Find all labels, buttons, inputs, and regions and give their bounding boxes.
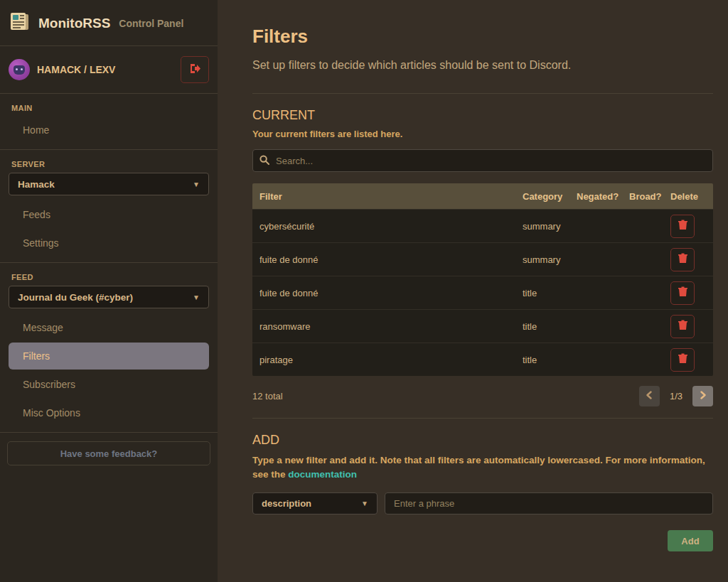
table-row: fuite de donné summary (252, 242, 713, 276)
user-name: HAMACK / LEXV (37, 64, 173, 75)
nav-section-feed: FEED Journal du Geek (#cyber) ▼ Message … (0, 263, 218, 432)
sidebar-item-filters[interactable]: Filters (9, 343, 209, 370)
section-label-server: SERVER (9, 160, 209, 168)
filter-cell: fuite de donné (259, 288, 523, 298)
filters-table: Filter Category Negated? Broad? Delete c… (252, 183, 713, 376)
pagination: 1/3 (639, 386, 713, 406)
table-row: fuite de donné title (252, 276, 713, 309)
total-count: 12 total (252, 391, 639, 402)
sidebar: MonitoRSS Control Panel HAMACK / LEXV MA… (0, 0, 218, 582)
current-description: Your current filters are listed here. (252, 129, 713, 139)
documentation-link[interactable]: documentation (288, 469, 357, 480)
filter-cell: ransomware (259, 321, 523, 332)
column-header-category: Category (523, 191, 577, 202)
phrase-input[interactable] (385, 492, 713, 514)
filter-cell: piratage (259, 355, 523, 365)
category-select-value: description (262, 498, 311, 509)
trash-icon (678, 220, 687, 232)
next-page-button[interactable] (692, 386, 713, 406)
section-label-feed: FEED (9, 273, 209, 281)
delete-filter-button[interactable] (670, 281, 695, 305)
trash-icon (678, 320, 687, 333)
sidebar-item-settings[interactable]: Settings (9, 230, 209, 257)
category-cell: title (523, 321, 577, 332)
trash-icon (678, 253, 687, 266)
table-row: ransomware title (252, 309, 713, 343)
chevron-left-icon (646, 391, 653, 402)
divider (0, 432, 218, 433)
chevron-down-icon: ▼ (193, 180, 200, 188)
brand: MonitoRSS Control Panel (0, 0, 218, 45)
chevron-right-icon (700, 391, 707, 402)
brand-title: MonitoRSS (38, 16, 110, 31)
delete-filter-button[interactable] (670, 215, 695, 238)
sign-out-icon (189, 63, 200, 76)
table-row: cybersécurité summary (252, 209, 713, 242)
trash-icon (678, 353, 687, 366)
delete-filter-button[interactable] (670, 348, 695, 372)
table-header-row: Filter Category Negated? Broad? Delete (252, 183, 713, 209)
newspaper-logo-icon (9, 11, 31, 36)
category-select[interactable]: description ▼ (252, 492, 378, 514)
feedback-button[interactable]: Have some feedback? (7, 441, 210, 465)
divider (252, 93, 713, 94)
category-cell: summary (523, 254, 577, 265)
sidebar-item-subscribers[interactable]: Subscribers (9, 371, 209, 398)
nav-section-main: MAIN Home (0, 94, 218, 149)
user-row: HAMACK / LEXV (0, 46, 218, 93)
sidebar-item-home[interactable]: Home (9, 117, 209, 144)
brand-subtitle: Control Panel (119, 18, 183, 29)
table-footer: 12 total 1/3 (252, 386, 713, 406)
filter-cell: cybersécurité (259, 221, 523, 232)
chevron-down-icon: ▼ (193, 293, 200, 301)
table-row: piratage title (252, 343, 713, 376)
previous-page-button[interactable] (639, 386, 660, 406)
main-content: Filters Set up filters to decide which a… (218, 0, 728, 582)
delete-filter-button[interactable] (670, 315, 695, 338)
add-filter-form: description ▼ (252, 492, 713, 514)
category-cell: summary (523, 221, 577, 232)
column-header-broad: Broad? (629, 191, 670, 202)
server-select[interactable]: Hamack ▼ (9, 173, 209, 195)
section-label-main: MAIN (9, 104, 209, 112)
current-heading: CURRENT (252, 108, 713, 123)
add-description: Type a new filter and add it. Note that … (252, 453, 713, 481)
nav-section-server: SERVER Hamack ▼ Feeds Settings (0, 150, 218, 262)
sidebar-item-feeds[interactable]: Feeds (9, 201, 209, 228)
add-filter-button[interactable]: Add (668, 530, 713, 551)
chevron-down-icon: ▼ (361, 500, 368, 507)
sidebar-item-misc-options[interactable]: Misc Options (9, 399, 209, 426)
category-cell: title (523, 288, 577, 298)
sidebar-item-message[interactable]: Message (9, 314, 209, 341)
trash-icon (678, 286, 687, 299)
search-bar (252, 149, 713, 172)
feed-select[interactable]: Journal du Geek (#cyber) ▼ (9, 286, 209, 308)
feed-select-value: Journal du Geek (#cyber) (18, 292, 133, 303)
divider (252, 418, 713, 419)
add-button-row: Add (252, 530, 713, 551)
category-cell: title (523, 355, 577, 365)
page-title: Filters (252, 26, 713, 48)
search-input[interactable] (252, 149, 713, 172)
filter-cell: fuite de donné (259, 254, 523, 265)
avatar (9, 59, 30, 80)
column-header-delete: Delete (670, 191, 707, 202)
delete-filter-button[interactable] (670, 248, 695, 271)
logout-button[interactable] (181, 56, 209, 83)
column-header-filter: Filter (259, 191, 523, 202)
add-heading: ADD (252, 433, 713, 448)
page-indicator: 1/3 (670, 391, 682, 402)
server-select-value: Hamack (18, 179, 55, 190)
page-subtitle: Set up filters to decide which articles … (252, 59, 713, 72)
column-header-negated: Negated? (577, 191, 629, 202)
search-icon (259, 155, 269, 168)
